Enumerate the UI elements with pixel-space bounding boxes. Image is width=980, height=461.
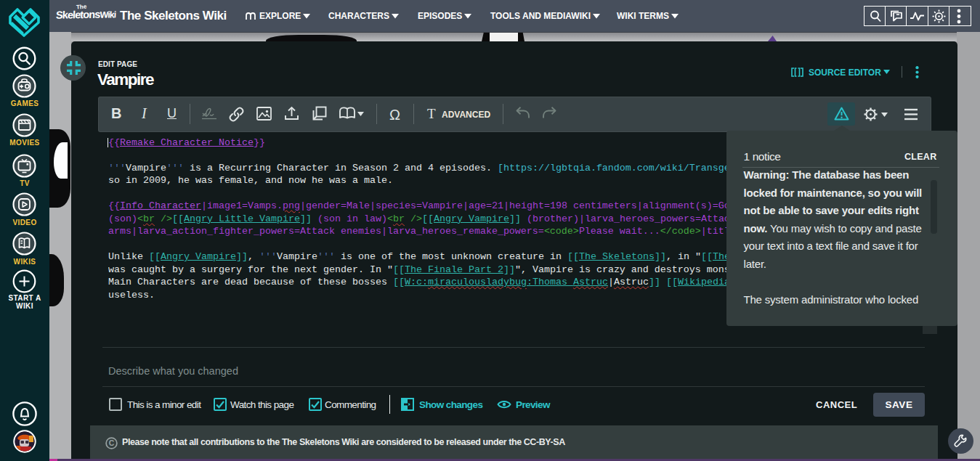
svg-text:C: C	[109, 438, 115, 447]
